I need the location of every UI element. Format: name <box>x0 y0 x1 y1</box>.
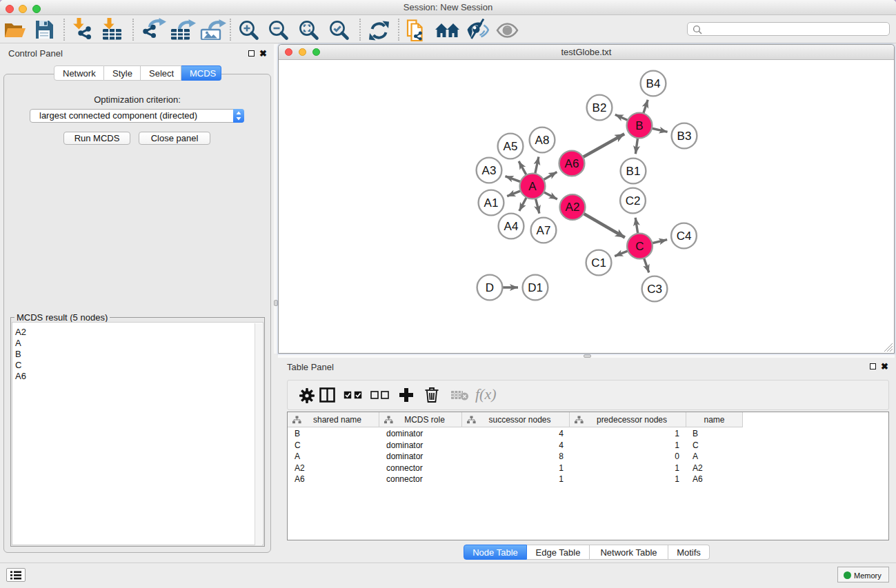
svg-text:D: D <box>486 281 494 294</box>
svg-text:C1: C1 <box>591 256 606 270</box>
svg-text:D1: D1 <box>528 281 543 294</box>
svg-text:A2: A2 <box>566 201 580 214</box>
svg-text:A5: A5 <box>504 140 518 153</box>
svg-text:B2: B2 <box>593 101 607 114</box>
svg-text:A3: A3 <box>482 164 497 177</box>
svg-text:A6: A6 <box>565 157 579 170</box>
svg-text:C4: C4 <box>677 230 692 243</box>
svg-text:A8: A8 <box>535 134 550 147</box>
svg-text:A4: A4 <box>504 220 519 233</box>
svg-text:B4: B4 <box>646 77 661 90</box>
svg-text:A: A <box>528 180 537 193</box>
svg-text:C2: C2 <box>626 194 641 207</box>
svg-text:A7: A7 <box>537 224 551 237</box>
svg-text:A1: A1 <box>484 196 499 210</box>
svg-text:B: B <box>635 119 643 132</box>
svg-text:B3: B3 <box>677 130 692 143</box>
svg-text:C3: C3 <box>647 283 662 296</box>
svg-text:C: C <box>635 240 644 253</box>
svg-text:B1: B1 <box>626 165 641 178</box>
